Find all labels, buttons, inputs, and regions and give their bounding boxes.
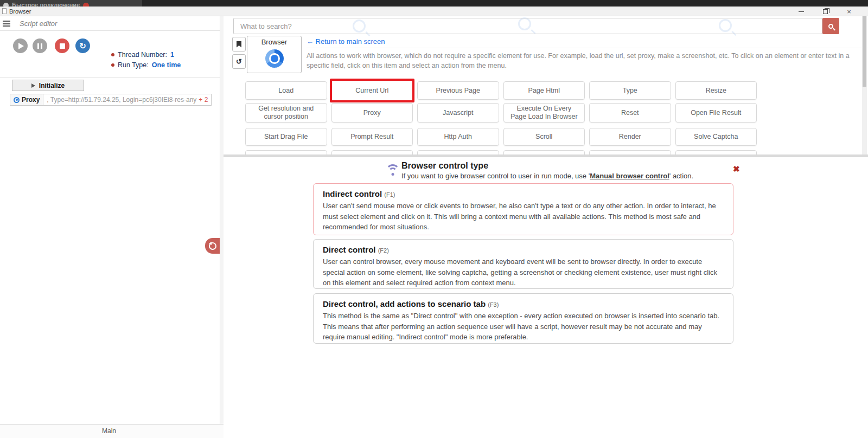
action-grid-row-partial: [245, 150, 757, 154]
option-title: Direct control, add actions to scenario …: [323, 299, 724, 308]
return-to-main-link[interactable]: ← Return to main screen: [307, 37, 385, 46]
search-input[interactable]: [233, 18, 822, 34]
thread-number-value[interactable]: 1: [170, 51, 174, 59]
action-load[interactable]: Load: [245, 81, 327, 100]
play-icon: [18, 43, 24, 49]
option-title: Indirect control (F1): [323, 189, 724, 198]
chromium-browser-icon: [265, 49, 284, 68]
action-execute-on-page-load[interactable]: Execute On Every Page Load In Browser: [503, 103, 585, 123]
initialize-label: Initialize: [39, 82, 65, 89]
maximize-button[interactable]: [816, 7, 834, 16]
action-scroll[interactable]: Scroll: [503, 128, 585, 146]
option-hotkey: (F3): [488, 301, 499, 308]
option-direct-control[interactable]: Direct control (F2) User can control bro…: [313, 239, 733, 289]
option-title: Direct control (F2): [323, 245, 724, 254]
script-editor-title: Script editor: [20, 20, 57, 28]
option-hotkey: (F2): [378, 247, 389, 254]
action-grid-row: Load Current Url Previous Page Page Html…: [245, 81, 757, 100]
vertical-scrollbar[interactable]: [862, 16, 867, 154]
action-button-partial[interactable]: [675, 150, 757, 154]
action-button-partial[interactable]: [417, 150, 499, 154]
window-icon: [2, 8, 7, 14]
action-browser-area: ↺ Browser ← Return to main screen All ac…: [224, 16, 868, 438]
play-button[interactable]: [13, 38, 28, 53]
action-current-url[interactable]: Current Url: [330, 79, 415, 102]
category-card-browser[interactable]: Browser: [247, 36, 302, 73]
category-description: All actions to work with browser, which …: [307, 51, 868, 70]
action-button-partial[interactable]: [503, 150, 585, 154]
thread-number-row[interactable]: Thread Number: 1: [111, 51, 181, 59]
run-settings: Thread Number: 1 Run Type: One time: [111, 51, 181, 72]
minimize-button[interactable]: [792, 7, 810, 16]
notification-badge: [83, 3, 89, 7]
run-type-value[interactable]: One time: [152, 61, 181, 69]
scrollbar-thumb[interactable]: [863, 16, 866, 87]
manual-browser-control-link[interactable]: Manual browser control: [590, 172, 669, 180]
category-name: Browser: [261, 38, 288, 46]
action-button-partial[interactable]: [331, 150, 413, 154]
proxy-value: , Type=http://51.79.24.25, Login=pc6j30I…: [47, 96, 196, 104]
window-title: Browser: [9, 8, 31, 15]
script-editor-header: Script editor: [0, 16, 220, 31]
action-grid-row: Get resolution and cursor position Proxy…: [245, 103, 757, 123]
action-open-file-result[interactable]: Open File Result: [675, 103, 757, 123]
proxy-label-section: Proxy: [10, 94, 43, 105]
search-icon: [828, 24, 833, 29]
action-render[interactable]: Render: [589, 128, 671, 146]
action-button-partial[interactable]: [245, 150, 327, 154]
run-type-row[interactable]: Run Type: One time: [111, 61, 181, 69]
action-javascript[interactable]: Javascript: [417, 103, 499, 123]
panel-pull-handle[interactable]: [205, 238, 220, 254]
action-grid-row: Start Drag File Prompt Result Http Auth …: [245, 128, 757, 146]
popup-title: Browser control type: [401, 161, 488, 171]
option-indirect-control[interactable]: Indirect control (F1) User can't send mo…: [313, 183, 733, 235]
stop-button[interactable]: [55, 38, 69, 53]
taskbar-app-title: Быстрое подключение: [12, 2, 80, 7]
action-get-resolution[interactable]: Get resolution and cursor position: [245, 103, 327, 123]
history-button[interactable]: ↺: [232, 54, 246, 69]
action-proxy[interactable]: Proxy: [331, 103, 413, 123]
script-editor-panel: Script editor ↻ Thread Number: 1 Run Typ…: [0, 16, 220, 424]
action-reset[interactable]: Reset: [589, 103, 671, 123]
bottom-tab-bar: Main: [0, 424, 224, 438]
action-http-auth[interactable]: Http Auth: [417, 128, 499, 146]
restart-button[interactable]: ↻: [75, 38, 90, 53]
action-page-html[interactable]: Page Html: [503, 81, 585, 100]
option-direct-control-scenario[interactable]: Direct control, add actions to scenario …: [313, 293, 733, 344]
proxy-extra-count: + 2: [199, 96, 208, 104]
proxy-action-row[interactable]: Proxy , Type=http://51.79.24.25, Login=p…: [10, 94, 212, 106]
maximize-icon: [823, 9, 828, 14]
bookmark-button[interactable]: [232, 37, 246, 51]
browser-control-type-popup: Browser control type If you want to give…: [224, 154, 868, 438]
action-solve-captcha[interactable]: Solve Captcha: [675, 128, 757, 146]
close-button[interactable]: ×: [840, 7, 858, 16]
popup-close-icon[interactable]: ✖: [733, 165, 740, 173]
divider: [307, 48, 868, 48]
option-description: This method is the same as "Direct contr…: [323, 311, 724, 343]
proxy-value-section: , Type=http://51.79.24.25, Login=pc6j30I…: [43, 94, 211, 105]
action-type[interactable]: Type: [589, 81, 671, 100]
action-previous-page[interactable]: Previous Page: [417, 81, 499, 100]
action-resize[interactable]: Resize: [675, 81, 757, 100]
option-description: User can control browser, every mouse mo…: [323, 256, 724, 288]
search-button[interactable]: [822, 18, 839, 34]
option-description: User can't send mouse move or click even…: [323, 201, 724, 233]
playback-controls: ↻ Thread Number: 1 Run Type: One time: [0, 31, 220, 78]
menu-icon[interactable]: [3, 21, 10, 27]
minimize-icon: [799, 11, 804, 12]
action-prompt-result[interactable]: Prompt Result: [331, 128, 413, 146]
proxy-icon: [14, 97, 20, 103]
initialize-button[interactable]: Initialize: [12, 80, 84, 91]
panel-divider: [220, 16, 224, 424]
thread-number-label: Thread Number:: [118, 51, 167, 59]
wifi-icon: [386, 164, 400, 176]
taskbar-active-tab[interactable]: Быстрое подключение: [0, 0, 142, 7]
tab-main[interactable]: Main: [102, 427, 116, 435]
window-titlebar: Browser ×: [0, 7, 868, 16]
pause-button[interactable]: [33, 38, 47, 53]
bookmark-icon: [237, 41, 241, 48]
action-button-partial[interactable]: [589, 150, 671, 154]
action-start-drag-file[interactable]: Start Drag File: [245, 128, 327, 146]
app-window: Быстрое подключение Browser × Script edi…: [0, 0, 868, 438]
popup-subtitle-prefix: If you want to give browser control to u…: [401, 172, 590, 180]
